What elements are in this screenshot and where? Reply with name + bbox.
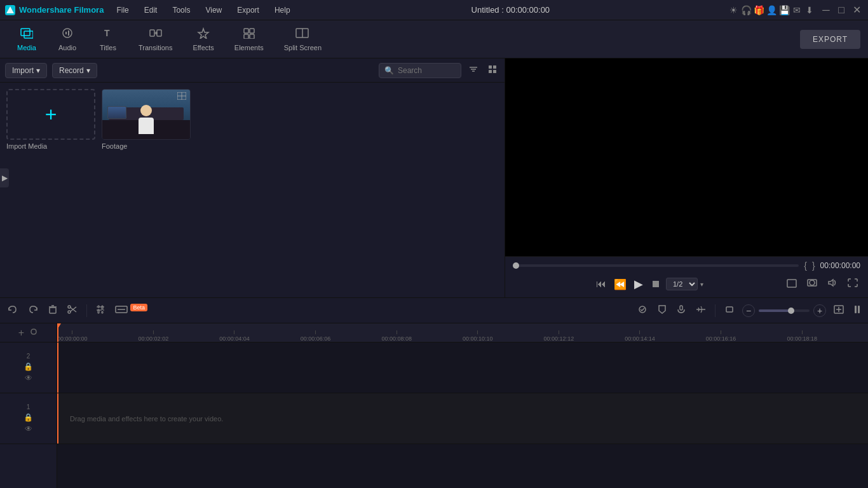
footage-thumbnail[interactable] [102, 89, 191, 140]
splitscreen-label: Split Screen [284, 44, 322, 51]
audio-track-button[interactable] [693, 302, 709, 319]
zoom-out-button[interactable]: − [742, 304, 755, 317]
stop-button[interactable]: ⏹ [648, 276, 663, 292]
person-icon[interactable]: 👤 [766, 5, 776, 15]
menu-export[interactable]: Export [234, 4, 262, 16]
panel-collapse-arrow[interactable]: ▶ [0, 168, 9, 187]
save-icon[interactable]: 💾 [779, 5, 789, 15]
add-track-button[interactable]: + [18, 327, 24, 339]
export-button[interactable]: EXPORT [800, 30, 860, 49]
svg-line-30 [71, 307, 76, 311]
import-dropdown[interactable]: Import ▾ [5, 63, 47, 78]
ruler-mark-7: 00:00:14:14 [625, 330, 655, 342]
svg-rect-34 [102, 306, 103, 309]
grid-view-icon[interactable] [485, 62, 499, 78]
download-icon[interactable]: ⬇ [804, 5, 815, 15]
close-button[interactable]: ✕ [850, 4, 863, 17]
redo-button[interactable] [25, 302, 41, 319]
track1-content[interactable]: Drag media and effects here to create yo… [57, 393, 868, 444]
minimize-button[interactable]: ─ [820, 4, 832, 17]
timeline-body: + 2 🔒 👁 1 🔒 👁 [0, 323, 868, 488]
fit-to-screen-button[interactable] [831, 302, 846, 319]
undo-button[interactable] [5, 302, 20, 319]
utility-icons: ☀ 🎧 🎁 👤 💾 ✉ ⬇ [728, 5, 815, 15]
snapshot-button[interactable] [804, 276, 820, 292]
progress-handle[interactable] [513, 262, 519, 269]
maximize-button[interactable]: □ [835, 4, 848, 17]
pause-indicator-button[interactable] [851, 302, 863, 319]
preview-panel: { } 00:00:00:00 ⏮ ⏪ ▶ ⏹ 1/2 ▾ [505, 58, 868, 297]
search-icon: 🔍 [384, 66, 394, 75]
toolbar-effects[interactable]: Effects [184, 24, 222, 55]
fullscreen-button[interactable] [845, 276, 860, 292]
menu-view[interactable]: View [203, 4, 224, 16]
delete-button[interactable] [46, 302, 60, 319]
record-dropdown[interactable]: Record ▾ [52, 63, 97, 78]
progress-bar[interactable] [513, 264, 799, 267]
svg-point-29 [68, 306, 71, 308]
in-point-marker[interactable]: { [804, 261, 807, 271]
track1-eye-button[interactable]: 👁 [25, 424, 32, 433]
svg-line-31 [71, 308, 76, 312]
sun-icon[interactable]: ☀ [728, 5, 738, 15]
headset-icon[interactable]: 🎧 [741, 5, 751, 15]
menu-edit[interactable]: Edit [142, 4, 160, 16]
track2-eye-button[interactable]: 👁 [25, 374, 32, 383]
menu-file[interactable]: File [114, 4, 131, 16]
svg-rect-51 [858, 306, 860, 313]
svg-rect-2 [24, 31, 33, 38]
track2-lock-button[interactable]: 🔒 [24, 362, 33, 371]
filter-icon[interactable] [466, 62, 480, 78]
mail-icon[interactable]: ✉ [792, 5, 802, 15]
gift-icon[interactable]: 🎁 [754, 5, 764, 15]
out-point-marker[interactable]: } [812, 261, 815, 271]
ruler-mark-9: 00:00:18:18 [787, 330, 817, 342]
toolbar-elements[interactable]: Elements [226, 24, 273, 55]
track1-header: 1 🔒 👁 [0, 393, 57, 444]
search-input[interactable] [398, 66, 449, 75]
toolbar-titles[interactable]: T Titles [89, 24, 127, 55]
svg-rect-17 [493, 65, 496, 69]
play-button[interactable]: ▶ [632, 274, 646, 294]
menu-help[interactable]: Help [272, 4, 293, 16]
svg-rect-46 [726, 307, 733, 312]
markers-button[interactable] [655, 302, 669, 319]
quality-select[interactable]: 1/2 [666, 278, 698, 290]
effects-label: Effects [193, 44, 214, 51]
svg-rect-32 [98, 306, 99, 308]
svg-point-24 [810, 280, 815, 285]
svg-rect-19 [493, 70, 496, 73]
ai-cutout-button[interactable] [635, 302, 650, 319]
import-media-item[interactable]: + Import Media [6, 89, 95, 150]
elements-icon [243, 27, 255, 42]
zoom-handle[interactable] [788, 308, 794, 314]
track1-lock-button[interactable]: 🔒 [24, 413, 33, 422]
step-back-button[interactable]: ⏮ [593, 276, 609, 292]
link-tracks-button[interactable] [29, 328, 38, 337]
motion-button[interactable]: Beta [112, 302, 150, 318]
toolbar-audio[interactable]: Audio [48, 24, 86, 55]
media-panel: Import ▾ Record ▾ 🔍 + [0, 58, 505, 297]
toolbar-splitscreen[interactable]: Split Screen [275, 24, 330, 55]
menu-tools[interactable]: Tools [170, 4, 193, 16]
cut-button[interactable] [65, 302, 80, 319]
zoom-in-button[interactable]: + [813, 304, 826, 317]
toolbar-media[interactable]: Media [8, 24, 46, 55]
import-thumbnail[interactable]: + [6, 89, 95, 140]
crop-button[interactable] [722, 302, 737, 319]
volume-button[interactable] [825, 276, 840, 292]
fullscreen-preview-button[interactable] [784, 276, 799, 292]
toolbar-transitions[interactable]: Transitions [130, 24, 181, 55]
footage-media-item[interactable]: Footage [102, 89, 191, 150]
dropdown-arrow-icon: ▾ [36, 66, 40, 75]
titlebar: Wondershare Filmora File Edit Tools View… [0, 0, 868, 20]
zoom-slider[interactable] [759, 309, 810, 312]
prev-frame-button[interactable]: ⏪ [611, 276, 629, 293]
panel-toolbar: Import ▾ Record ▾ 🔍 [0, 58, 505, 83]
svg-rect-1 [21, 29, 30, 36]
track2-content[interactable] [57, 342, 868, 393]
track-headers: + 2 🔒 👁 1 🔒 👁 [0, 323, 57, 488]
footage-label: Footage [102, 142, 191, 150]
settings-button[interactable] [93, 302, 107, 319]
voiceover-button[interactable] [674, 302, 688, 319]
